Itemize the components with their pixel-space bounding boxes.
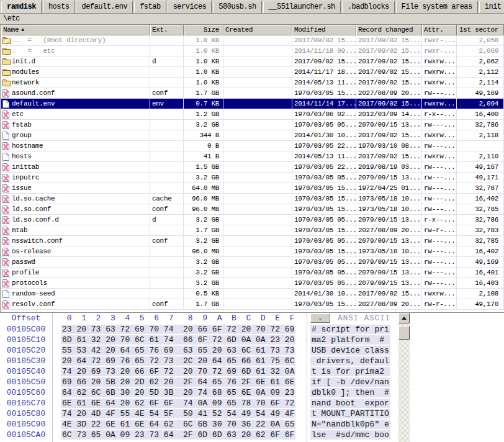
ascii-cell[interactable]: # script for pri bbox=[310, 325, 390, 334]
hex-bytes-cell[interactable]: 20 64 72 69 76 65 72 73 2C 20 64 65 66 6… bbox=[61, 356, 295, 366]
file-row-inittab[interactable]: inittab1.5 GB1970/03/05 22...2019/08/19 … bbox=[1, 162, 504, 173]
column-header-ext[interactable]: Ext. bbox=[150, 25, 184, 35]
file-row-network[interactable]: network1.0 KB2014/05/13 11...2017/09/02 … bbox=[1, 78, 504, 88]
file-row-inputrc[interactable]: inputrc3.2 GB1970/03/05 05...2079/09/15 … bbox=[1, 173, 504, 183]
name-cell: default.env bbox=[1, 99, 150, 109]
tab-default-env[interactable]: default.env bbox=[76, 1, 133, 13]
file-row-passwd[interactable]: passwd3.2 GB1970/03/05 05...2079/09/15 1… bbox=[1, 257, 504, 268]
tab-hosts[interactable]: hosts bbox=[43, 1, 75, 13]
hex-bytes-cell[interactable]: 74 20 69 73 20 66 6F 72 20 70 72 69 6D 6… bbox=[61, 367, 295, 376]
file-row-resolv-conf[interactable]: resolv.confconf1.7 GB1970/03/05 15...202… bbox=[1, 299, 504, 310]
hex-bytes-cell[interactable]: 74 20 4D 4F 55 4E 54 5F 50 41 52 54 49 5… bbox=[61, 409, 295, 418]
column-header-name[interactable]: Name▲ bbox=[1, 25, 150, 35]
modified-cell: 1970/03/05 05... bbox=[292, 120, 356, 130]
first-sector-cell: 2,058 bbox=[457, 35, 504, 45]
tab-fstab[interactable]: fstab bbox=[134, 1, 166, 13]
hex-scrollbar[interactable] bbox=[398, 313, 410, 442]
record-changed-cell: 2017/09/02 15... bbox=[356, 130, 422, 140]
name-cell: os-release bbox=[1, 246, 150, 256]
ascii-cell[interactable]: if [ -b /dev/nan bbox=[310, 377, 390, 387]
file-row-default-env[interactable]: default.envenv0.7 KB2014/11/14 17...2017… bbox=[1, 99, 504, 109]
file-row-etc[interactable]: etc1.2 GB1970/03/06 02...2012/03/09 14..… bbox=[1, 109, 504, 120]
hex-bytes-cell[interactable]: 23 20 73 63 72 69 70 74 20 66 6F 72 20 7… bbox=[61, 325, 295, 334]
file-row-init-d[interactable]: init.dd1.0 KB2017/09/02 15...2017/09/02 … bbox=[1, 56, 504, 67]
tab-s51launcher-sh[interactable]: __S51launcher.sh bbox=[263, 1, 341, 13]
ascii-cell[interactable]: t MOUNT_PARTITIO bbox=[310, 409, 390, 418]
column-header-record-changed[interactable]: Record changed bbox=[356, 25, 422, 35]
file-row-ld-so-conf[interactable]: ld.so.confconf96.0 MB1970/03/05 15...197… bbox=[1, 204, 504, 215]
created-cell bbox=[223, 88, 292, 98]
hex-bytes-cell[interactable]: 4E 3D 22 6E 61 6E 64 62 6C 6B 30 70 36 2… bbox=[61, 420, 295, 429]
tab-init[interactable]: init bbox=[479, 1, 504, 13]
scrollbar-thumb[interactable] bbox=[398, 326, 410, 340]
file-row-random-seed[interactable]: random-seed0.5 KB2014/01/30 10...2017/09… bbox=[1, 289, 504, 299]
offset-cell: 00105C20 bbox=[0, 346, 52, 355]
file-row-ld-so-cache[interactable]: ld.so.cachecache96.0 MB1970/03/05 15...1… bbox=[1, 194, 504, 204]
first-sector-cell: 49,169 bbox=[457, 257, 504, 267]
ascii-cell[interactable]: dblk0 ]; then # bbox=[310, 388, 390, 397]
file-name: inittab bbox=[12, 162, 39, 172]
attr-cell: rwxr-... bbox=[422, 46, 457, 56]
file-row-issue[interactable]: issue64.0 MB1970/03/05 15...1972/04/25 0… bbox=[1, 183, 504, 194]
file-row-profile[interactable]: profile3.2 GB1970/03/05 05...2079/09/15 … bbox=[1, 268, 504, 278]
tab-services[interactable]: services bbox=[168, 1, 212, 13]
first-sector-cell: 16,403 bbox=[457, 278, 504, 288]
file-row-etc[interactable]: . = etc1.0 KB2014/11/18 09...2017/09/02 … bbox=[1, 46, 504, 56]
ascii-cell[interactable]: lse #sd/mmc boo bbox=[310, 430, 390, 440]
encoding-dropdown-button[interactable]: ▼ bbox=[310, 313, 330, 323]
file-row-os-release[interactable]: os-release96.0 MB1970/03/05 15...1973/05… bbox=[1, 246, 504, 257]
created-cell bbox=[223, 268, 292, 277]
file-row-modules[interactable]: modules1.0 KB2014/11/17 18...2017/09/02 … bbox=[1, 67, 504, 78]
size-cell: 1.5 GB bbox=[184, 162, 223, 172]
file-row-protocols[interactable]: protocols3.2 GB1970/03/05 05...2079/09/1… bbox=[1, 278, 504, 289]
ascii-cell[interactable]: drivers, defaul bbox=[310, 356, 390, 366]
modified-cell: 2017/09/02 15... bbox=[292, 35, 356, 45]
ascii-cell[interactable]: USB device class bbox=[310, 346, 390, 355]
ascii-cell[interactable]: nand boot expor bbox=[310, 399, 390, 408]
file-row-nsswitch-conf[interactable]: nsswitch.confconf3.2 GB1970/03/05 05...2… bbox=[1, 236, 504, 246]
ascii-cell[interactable]: ma2 platform # bbox=[310, 335, 390, 345]
deleted-file-icon bbox=[2, 237, 12, 245]
size-cell: 1.0 KB bbox=[184, 78, 223, 88]
file-row-root-directory[interactable]: .. = (Root directory)1.0 KB2017/09/02 15… bbox=[1, 35, 504, 46]
file-name: mtab bbox=[12, 225, 27, 235]
column-header-created[interactable]: Created bbox=[223, 25, 292, 35]
column-header-size[interactable]: Size bbox=[184, 25, 223, 35]
modified-cell: 2014/11/18 09... bbox=[292, 46, 356, 56]
winhex-window: ramdiskhostsdefault.envfstabservicesS80u… bbox=[0, 0, 504, 442]
hex-bytes-cell[interactable]: 6D 61 32 20 70 6C 61 74 66 6F 72 6D 0A 0… bbox=[61, 335, 295, 345]
encoding-label[interactable]: ANSI ASCII bbox=[338, 313, 390, 323]
scrollbar-up-button[interactable] bbox=[398, 313, 410, 323]
hex-bytes-cell[interactable]: 6C 73 65 0A 09 23 73 64 2F 6D 6D 63 20 6… bbox=[61, 430, 295, 440]
file-row-hostname[interactable]: hostname0 B1970/03/05 22...1970/03/10 08… bbox=[1, 141, 504, 151]
tab-ramdisk[interactable]: ramdisk bbox=[1, 1, 42, 13]
modified-cell: 1970/03/05 05... bbox=[292, 215, 356, 225]
hex-row-00105ca0: 00105CA06C 73 65 0A 09 23 73 64 2F 6D 6D… bbox=[0, 430, 504, 440]
ext-cell: d bbox=[150, 215, 184, 225]
column-header-attr[interactable]: Attr. bbox=[422, 25, 457, 35]
hex-bytes-cell[interactable]: 69 66 20 5B 20 2D 62 20 2F 64 65 76 2F 6… bbox=[61, 377, 295, 387]
hex-bytes-cell[interactable]: 64 62 6C 6B 30 20 5D 3B 20 74 68 65 6E 0… bbox=[61, 388, 295, 397]
file-row-hosts[interactable]: hosts41 B2014/05/13 11...2017/09/02 15..… bbox=[1, 151, 504, 162]
first-sector-cell: 16,402 bbox=[457, 194, 504, 204]
created-cell bbox=[223, 173, 292, 183]
size-cell: 0 B bbox=[184, 141, 223, 151]
modified-cell: 1970/03/05 15... bbox=[292, 183, 356, 193]
tab-s80usb-sh[interactable]: S80usb.sh bbox=[213, 1, 261, 13]
column-header-label: Created bbox=[225, 26, 253, 34]
record-changed-cell: 1970/03/10 08... bbox=[356, 141, 422, 151]
tab-file-system-areas[interactable]: File system areas bbox=[396, 1, 478, 13]
file-row-group[interactable]: group344 B2014/01/30 10...2017/09/02 15.… bbox=[1, 130, 504, 141]
file-row-ld-so-conf-d[interactable]: ld.so.conf.dd3.2 GB1970/03/05 05...2079/… bbox=[1, 215, 504, 225]
ascii-cell[interactable]: N="nandblk0p6" e bbox=[310, 420, 390, 429]
file-row-asound-conf[interactable]: asound.confconf1.7 GB1970/03/05 15...202… bbox=[1, 88, 504, 99]
column-header-1st-sector[interactable]: 1st sector bbox=[457, 25, 504, 35]
ascii-cell[interactable]: t is for prima2 bbox=[310, 367, 390, 376]
column-header-modified[interactable]: Modified bbox=[292, 25, 356, 35]
file-icon bbox=[2, 132, 12, 140]
file-row-fstab[interactable]: fstab3.2 GB1970/03/05 05...2079/09/15 13… bbox=[1, 120, 504, 130]
tab-badblocks[interactable]: .badblocks bbox=[342, 1, 395, 13]
hex-bytes-cell[interactable]: 6E 61 6E 64 20 62 6F 6F 74 0A 09 65 78 7… bbox=[61, 399, 295, 408]
hex-bytes-cell[interactable]: 55 53 42 20 64 65 76 69 63 65 20 63 6C 6… bbox=[61, 346, 295, 355]
file-row-mtab[interactable]: mtab1.7 GB1970/03/05 15...2027/08/09 20.… bbox=[1, 225, 504, 236]
